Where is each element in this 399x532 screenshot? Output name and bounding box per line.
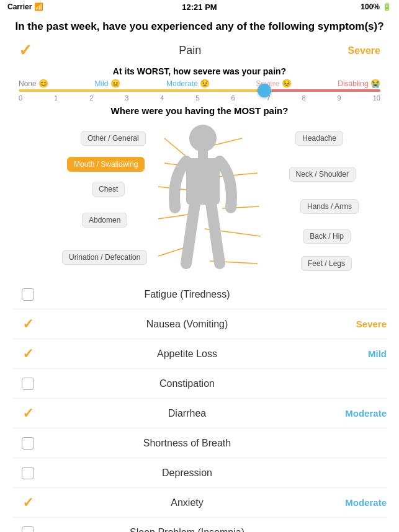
slider-labels: None 😊 Mild 😐 Moderate 😟 Severe 😣 Disabl… [12,79,387,88]
checkmark-icon: ✓ [22,496,34,510]
symptom-name-sleep: Sleep Problem (Insomnia) [43,527,331,532]
slider-track-container[interactable] [12,89,387,92]
main-question: In the past week, have you experienced a… [0,14,399,38]
symptom-name-diarrhea: Diarrhea [43,408,331,419]
check-appetite[interactable]: ✓ [12,347,43,361]
where-pain-question: Where were you having the MOST pain? [0,105,399,116]
check-nausea[interactable]: ✓ [12,317,43,331]
status-time: 12:21 PM [182,2,217,12]
checkmark-icon: ✓ [22,407,34,420]
status-bar: Carrier 📶 12:21 PM 100% 🔋 [0,0,399,14]
wifi-icon: 📶 [34,2,43,11]
check-fatigue[interactable] [12,288,43,301]
chip-urination-defecation[interactable]: Urination / Defecation [62,250,147,265]
checkbox-icon [22,288,34,301]
slider-question: At its WORST, how severe was your pain? [12,66,387,76]
symptom-row-fatigue: Fatigue (Tiredness) [12,280,387,309]
battery-label: 100% [361,2,380,11]
symptom-name-appetite: Appetite Loss [43,348,331,360]
chip-headache[interactable]: Headache [295,131,343,146]
symptom-name-nausea: Nausea (Vomiting) [43,319,331,330]
chip-neck-shoulder[interactable]: Neck / Shoulder [289,167,356,182]
chip-feet-legs[interactable]: Feet / Legs [301,256,352,271]
check-constipation[interactable] [12,378,43,390]
symptom-row-constipation: Constipation [12,369,387,399]
checkbox-icon [22,526,34,532]
symptom-name-constipation: Constipation [43,378,331,389]
symptom-row-sleep: Sleep Problem (Insomnia) [12,518,387,532]
symptom-severity-anxiety: Moderate [331,497,387,508]
symptom-severity-appetite: Mild [331,348,387,359]
checkbox-icon [22,467,34,479]
chip-other-general[interactable]: Other / General [81,131,146,146]
chip-chest[interactable]: Chest [92,182,125,197]
symptom-row-appetite: ✓Appetite LossMild [12,339,387,369]
label-disabling: Disabling 😭 [338,79,380,88]
slider-track [19,89,380,92]
status-right: 100% 🔋 [361,2,392,11]
slider-thumb[interactable] [258,84,271,97]
carrier-label: Carrier [7,2,32,11]
symptom-name-anxiety: Anxiety [43,497,331,508]
symptom-name-fatigue: Fatigue (Tiredness) [43,289,331,300]
pain-label: Pain [179,44,201,57]
symptom-row-anxiety: ✓AnxietyModerate [12,488,387,518]
label-none: None 😊 [19,79,48,88]
body-figure-svg [163,121,243,279]
pain-severity-label: Severe [348,45,381,56]
check-anxiety[interactable]: ✓ [12,496,43,510]
label-mild: Mild 😐 [94,79,120,88]
status-left: Carrier 📶 [7,2,43,11]
checkmark-icon: ✓ [22,317,34,331]
check-diarrhea[interactable]: ✓ [12,407,43,420]
battery-icon: 🔋 [382,2,392,11]
chip-back-hip[interactable]: Back / Hip [303,229,351,244]
symptom-name-depression: Depression [43,468,331,479]
pain-row: ✓ Pain Severe [0,38,399,63]
svg-rect-12 [186,158,220,205]
checkmark-icon: ✓ [22,347,34,361]
body-diagram-container: Other / General Headache Mouth / Swallow… [0,118,399,280]
chip-hands-arms[interactable]: Hands / Arms [300,199,359,214]
symptom-severity-diarrhea: Moderate [331,408,387,419]
symptom-row-nausea: ✓Nausea (Vomiting)Severe [12,309,387,339]
svg-rect-11 [198,151,208,159]
pain-checkmark: ✓ [19,41,32,60]
chip-mouth-swallowing[interactable]: Mouth / Swallowing [67,157,145,172]
svg-point-10 [189,125,217,152]
symptom-list: Fatigue (Tiredness)✓Nausea (Vomiting)Sev… [0,280,399,532]
slider-section: At its WORST, how severe was your pain? … [0,63,399,102]
symptom-severity-nausea: Severe [331,319,387,329]
symptom-name-shortness: Shortness of Breath [43,438,331,449]
check-shortness[interactable] [12,437,43,450]
label-moderate: Moderate 😟 [166,79,210,88]
body-diagram-section: Where were you having the MOST pain? [0,105,399,280]
symptom-row-diarrhea: ✓DiarrheaModerate [12,399,387,428]
symptom-row-shortness: Shortness of Breath [12,428,387,458]
checkbox-icon [22,378,34,390]
chip-abdomen[interactable]: Abdomen [82,213,127,228]
checkbox-icon [22,437,34,450]
check-sleep[interactable] [12,526,43,532]
slider-numbers: 0 1 2 3 4 5 6 7 8 9 10 [12,93,387,102]
symptom-row-depression: Depression [12,458,387,488]
check-depression[interactable] [12,467,43,479]
